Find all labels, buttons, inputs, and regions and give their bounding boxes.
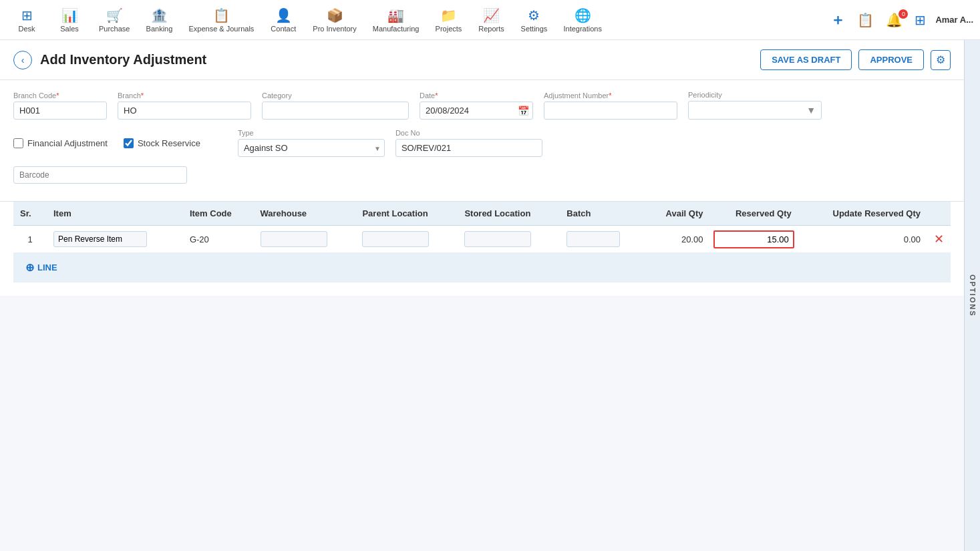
nav-integrations[interactable]: 🌐 Integrations (556, 3, 608, 37)
category-group: Category (262, 91, 409, 120)
col-item-code: Item Code (183, 202, 254, 226)
nav-reports-label: Reports (478, 25, 504, 33)
category-input[interactable] (262, 102, 409, 120)
adjustment-number-input[interactable] (544, 102, 677, 120)
calendar-icon[interactable]: 📅 (518, 106, 529, 116)
table-container: Sr. Item Item Code Warehouse Parent Loca… (0, 202, 964, 296)
cell-parent-location (355, 226, 458, 253)
branch-input[interactable] (118, 102, 251, 120)
batch-input[interactable] (566, 231, 620, 247)
cell-reserved-qty (709, 226, 798, 253)
reserved-qty-input[interactable] (749, 234, 789, 244)
parent-location-input[interactable] (362, 231, 429, 247)
form-area: Branch Code* Branch* Category Date* (0, 80, 964, 202)
financial-adjustment-checkbox-item[interactable]: Financial Adjustment (13, 138, 108, 148)
col-warehouse: Warehouse (254, 202, 356, 226)
type-label: Type (238, 129, 385, 137)
options-label: OPTIONS (969, 274, 977, 317)
inventory-table: Sr. Item Item Code Warehouse Parent Loca… (13, 202, 951, 283)
barcode-input[interactable] (13, 166, 187, 184)
cell-delete: ✕ (927, 226, 951, 253)
cell-sr: 1 (13, 226, 47, 253)
warehouse-input[interactable] (261, 231, 327, 247)
nav-items: ⊞ Desk 📊 Sales 🛒 Purchase 🏦 Banking 📋 Ex… (7, 3, 828, 37)
stock-reservice-checkbox[interactable] (124, 138, 134, 148)
periodicity-select[interactable]: ▼ (688, 101, 822, 120)
cell-item-code: G-20 (183, 226, 254, 253)
nav-manufacturing-label: Manufacturing (373, 25, 420, 33)
sales-icon: 📊 (61, 7, 78, 23)
nav-contact-label: Contact (271, 25, 296, 33)
banking-icon: 🏦 (151, 7, 168, 23)
nav-right: ＋ 📋 🔔 0 ⊞ Amar A... (828, 7, 973, 33)
nav-desk[interactable]: ⊞ Desk (7, 3, 47, 37)
cell-stored-location (458, 226, 560, 253)
cell-warehouse (254, 226, 356, 253)
pro-inventory-icon: 📦 (327, 7, 343, 23)
nav-reports[interactable]: 📈 Reports (471, 3, 511, 37)
page-settings-button[interactable]: ⚙ (931, 50, 951, 70)
type-group: Type Against SO Manual Other ▼ (238, 129, 385, 157)
nav-expense[interactable]: 📋 Expense & Journals (182, 3, 261, 37)
date-label: Date* (420, 91, 533, 100)
page-header: ‹ Add Inventory Adjustment SAVE AS DRAFT… (0, 40, 964, 80)
nav-banking[interactable]: 🏦 Banking (139, 3, 179, 37)
delete-row-button[interactable]: ✕ (934, 232, 944, 246)
history-button[interactable]: 📋 (854, 9, 876, 31)
nav-contact[interactable]: 👤 Contact (263, 3, 303, 37)
item-code-value: G-20 (190, 234, 209, 244)
settings-icon: ⚙ (528, 7, 540, 23)
barcode-row (13, 166, 951, 184)
nav-integrations-label: Integrations (563, 25, 601, 33)
nav-manufacturing[interactable]: 🏭 Manufacturing (366, 3, 426, 37)
nav-purchase-label: Purchase (99, 25, 130, 33)
table-row: 1 G-20 (13, 226, 951, 253)
col-item: Item (47, 202, 183, 226)
financial-adjustment-checkbox[interactable] (13, 138, 23, 148)
col-avail-qty: Avail Qty (645, 202, 710, 226)
reports-icon: 📈 (483, 7, 500, 23)
item-input[interactable] (53, 231, 147, 247)
main-content: ‹ Add Inventory Adjustment SAVE AS DRAFT… (0, 40, 980, 551)
add-button[interactable]: ＋ (828, 7, 848, 33)
col-sr: Sr. (13, 202, 47, 226)
stored-location-input[interactable] (464, 231, 531, 247)
save-as-draft-button[interactable]: SAVE AS DRAFT (760, 49, 852, 70)
col-update-reserved-qty: Update Reserved Qty (798, 202, 927, 226)
nav-projects[interactable]: 📁 Projects (428, 3, 468, 37)
col-reserved-qty: Reserved Qty (709, 202, 798, 226)
cell-update-reserved-qty: 0.00 (798, 226, 927, 253)
plus-icon: ⊕ (25, 261, 34, 274)
nav-settings[interactable]: ⚙ Settings (514, 3, 554, 37)
periodicity-label: Periodicity (688, 91, 822, 99)
add-line-cell: ⊕ LINE (13, 253, 951, 283)
cell-item (47, 226, 183, 253)
add-line-label: LINE (37, 262, 57, 272)
doc-no-group: Doc No (395, 129, 542, 157)
nav-sales-label: Sales (60, 25, 79, 33)
nav-pro-inventory-label: Pro Inventory (313, 25, 356, 33)
branch-code-label: Branch Code* (13, 91, 107, 100)
periodicity-arrow-icon: ▼ (806, 105, 816, 116)
notification-button[interactable]: 🔔 0 (883, 12, 905, 28)
nav-sales[interactable]: 📊 Sales (49, 3, 90, 37)
approve-button[interactable]: APPROVE (858, 49, 924, 70)
col-stored-location: Stored Location (458, 202, 560, 226)
nav-pro-inventory[interactable]: 📦 Pro Inventory (306, 3, 363, 37)
financial-adjustment-label: Financial Adjustment (27, 138, 108, 148)
type-select[interactable]: Against SO Manual Other (238, 139, 385, 157)
page-title: Add Inventory Adjustment (40, 52, 206, 67)
branch-code-input[interactable] (13, 102, 107, 120)
reserved-qty-highlighted[interactable] (713, 230, 794, 248)
stock-reservice-checkbox-item[interactable]: Stock Reservice (124, 138, 200, 148)
adjustment-number-label: Adjustment Number* (544, 91, 677, 100)
cell-batch (560, 226, 645, 253)
add-line-button[interactable]: ⊕ LINE (20, 258, 63, 277)
doc-no-input[interactable] (395, 139, 542, 157)
back-button[interactable]: ‹ (13, 51, 32, 69)
date-input[interactable] (420, 102, 533, 120)
options-sidebar[interactable]: OPTIONS (964, 40, 980, 551)
nav-purchase[interactable]: 🛒 Purchase (92, 3, 136, 37)
grid-button[interactable]: ⊞ (912, 9, 929, 31)
notification-badge: 0 (899, 9, 908, 19)
